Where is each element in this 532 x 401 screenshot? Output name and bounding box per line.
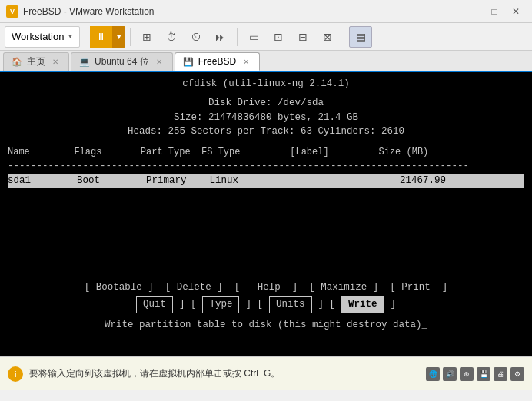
status-bar: i 要将输入定向到该虚拟机，请在虚拟机内部单击或按 Ctrl+G。 🌐 🔊 ⊛ …	[0, 356, 532, 390]
toolbar-btn-screen3[interactable]: ⊟	[291, 26, 314, 48]
ubuntu-tab-icon: 💻	[79, 57, 90, 67]
toolbar: Workstation ▼ ⏸ ▼ ⊞ ⏱ ⏲ ⏭ ▭ ⊡ ⊟ ⊠ ▤	[0, 23, 532, 51]
app-icon: V	[6, 5, 18, 18]
workstation-arrow: ▼	[67, 33, 73, 40]
window-controls: ─ □ ✕	[463, 3, 526, 20]
home-tab-label: 主页	[27, 55, 45, 68]
table-sep: ----------------------------------------…	[8, 159, 524, 174]
settings-icon: ⚙	[510, 367, 524, 381]
spacer2: ] [	[245, 297, 263, 312]
usb-icon: ⊛	[460, 367, 474, 381]
table-header: Name Flags Part Type FS Type [Label] Siz…	[8, 145, 524, 159]
disk-geometry-line: Heads: 255 Sectors per Track: 63 Cylinde…	[8, 124, 524, 139]
workstation-label: Workstation	[12, 31, 64, 42]
status-info-icon: i	[8, 366, 23, 382]
toolbar-btn-screen4[interactable]: ⊠	[316, 26, 339, 48]
toolbar-btn-screen1[interactable]: ▭	[242, 26, 265, 48]
btn-row-1: [ Bootable ] [ Delete ] [ Help ] [ Maxim…	[8, 280, 524, 295]
status-text: 要将输入定向到该虚拟机，请在虚拟机内部单击或按 Ctrl+G。	[29, 367, 420, 380]
pause-button[interactable]: ⏸	[90, 26, 112, 48]
freebsd-tab-close[interactable]: ✕	[241, 56, 251, 67]
units-btn[interactable]: Units	[269, 296, 312, 313]
spacer4: ]	[391, 297, 397, 312]
toolbar-separator-4	[344, 28, 344, 46]
ubuntu-tab-label: Ubuntu 64 位	[95, 55, 149, 68]
tab-home[interactable]: 🏠 主页 ✕	[3, 52, 69, 71]
printer-icon: 🖨	[494, 367, 507, 381]
workstation-menu[interactable]: Workstation ▼	[5, 26, 80, 48]
tab-bar: 🏠 主页 ✕ 💻 Ubuntu 64 位 ✕ 💾 FreeBSD ✕	[0, 51, 532, 72]
minimize-button[interactable]: ─	[463, 3, 483, 20]
toolbar-btn-screen2[interactable]: ⊡	[267, 26, 290, 48]
toolbar-btn-skip[interactable]: ⏭	[209, 26, 232, 48]
disk-drive-line: Disk Drive: /dev/sda	[8, 96, 524, 111]
toolbar-btn-clock1[interactable]: ⏱	[160, 26, 183, 48]
freebsd-tab-icon: 💾	[183, 57, 194, 67]
toolbar-separator-2	[130, 28, 131, 46]
disk-size-line: Size: 21474836480 bytes, 21.4 GB	[8, 111, 524, 125]
ubuntu-tab-close[interactable]: ✕	[154, 57, 165, 68]
sound-icon: 🔊	[443, 367, 457, 381]
pause-group: ⏸ ▼	[90, 26, 125, 48]
tab-ubuntu[interactable]: 💻 Ubuntu 64 位 ✕	[71, 52, 173, 71]
cfdisk-title: cfdisk (util-linux-ng 2.14.1)	[8, 77, 524, 91]
toolbar-btn-clock2[interactable]: ⏲	[185, 26, 208, 48]
home-tab-close[interactable]: ✕	[50, 57, 61, 68]
quit-btn[interactable]: Quit	[136, 296, 173, 313]
toolbar-separator-1	[85, 28, 85, 46]
hdd-icon: 💾	[477, 367, 490, 381]
close-button[interactable]: ✕	[506, 3, 526, 20]
title-bar: V FreeBSD - VMware Workstation ─ □ ✕	[0, 0, 532, 23]
type-btn[interactable]: Type	[202, 296, 239, 313]
maximize-button[interactable]: □	[484, 3, 504, 20]
home-tab-icon: 🏠	[12, 57, 22, 67]
toolbar-btn-fullscreen[interactable]: ▤	[349, 26, 372, 48]
terminal-area[interactable]: cfdisk (util-linux-ng 2.14.1) Disk Drive…	[0, 72, 532, 356]
network-icon: 🌐	[426, 367, 440, 381]
terminal-inner: cfdisk (util-linux-ng 2.14.1) Disk Drive…	[8, 77, 524, 352]
spacer3: ] [	[318, 297, 336, 312]
write-btn[interactable]: Write	[341, 296, 384, 313]
toolbar-separator-3	[237, 28, 238, 46]
status-right-icons: 🌐 🔊 ⊛ 💾 🖨 ⚙	[426, 367, 524, 381]
freebsd-tab-label: FreeBSD	[198, 56, 236, 67]
btn-row-2: Quit ] [ Type ] [ Units ] [ Write ]	[8, 296, 524, 313]
tab-freebsd[interactable]: 💾 FreeBSD ✕	[175, 52, 260, 71]
toolbar-btn-copy[interactable]: ⊞	[135, 26, 158, 48]
pause-dropdown[interactable]: ▼	[112, 26, 125, 48]
window-title: FreeBSD - VMware Workstation	[23, 6, 463, 17]
status-message: Write partition table to disk (this migh…	[8, 318, 524, 333]
partition-row-sda1: sda1 Boot Primary Linux 21467.99	[8, 174, 524, 188]
spacer1: ] [	[179, 297, 197, 312]
